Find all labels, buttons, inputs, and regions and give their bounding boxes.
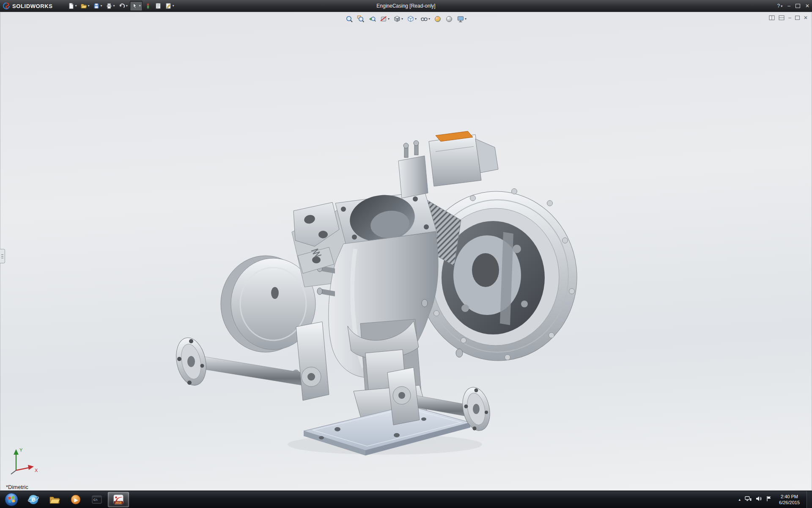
split-view-button[interactable] xyxy=(769,15,775,20)
chevron-down-icon[interactable]: ▾ xyxy=(428,17,430,21)
part-top-mount-bracket[interactable] xyxy=(429,131,498,186)
taskbar-clock[interactable]: 2:40 PM 6/26/2015 xyxy=(776,494,803,506)
view-orientation-button[interactable]: ▾ xyxy=(393,15,403,23)
chevron-down-icon[interactable]: ▾ xyxy=(465,17,466,21)
apply-scene-button[interactable] xyxy=(445,15,453,23)
view-orientation-icon xyxy=(393,15,401,23)
file-properties-icon xyxy=(155,3,162,9)
pane-view-button[interactable] xyxy=(779,15,785,20)
taskbar-media-player[interactable]: ▶ xyxy=(66,492,86,507)
doc-close-button[interactable]: ✕ xyxy=(804,15,808,21)
app-logo: SOLIDWORKS xyxy=(3,2,53,10)
xpert-tools-icon xyxy=(145,3,151,9)
chevron-down-icon[interactable]: ▾ xyxy=(126,4,128,8)
system-tray: ▴ xyxy=(735,491,807,508)
close-button[interactable]: ✕ xyxy=(805,3,809,9)
solidworks-app-icon: 2015 xyxy=(112,494,124,505)
engine-casing-model[interactable] xyxy=(0,12,812,491)
file-properties-button[interactable] xyxy=(154,1,163,11)
svg-text:C:\: C:\ xyxy=(93,498,97,501)
zoom-to-area-button[interactable] xyxy=(357,15,365,23)
taskbar-solidworks[interactable]: 2015 xyxy=(108,492,129,507)
new-document-icon xyxy=(68,3,74,9)
part-bolt[interactable] xyxy=(456,349,463,357)
volume-tray-icon[interactable] xyxy=(756,496,762,503)
options-button[interactable]: ▾ xyxy=(164,1,176,11)
part-left-mount-lug[interactable] xyxy=(296,322,329,400)
display-style-icon xyxy=(407,15,414,23)
taskbar-internet-explorer[interactable]: e xyxy=(23,492,44,507)
triad-x-label: X xyxy=(35,468,38,473)
tray-expand-button[interactable]: ▴ xyxy=(739,497,741,502)
select-tool-button[interactable]: ▾ xyxy=(130,1,143,11)
help-icon: ? xyxy=(777,3,780,9)
show-desktop-button[interactable] xyxy=(807,491,812,508)
chevron-down-icon[interactable]: ▾ xyxy=(173,4,174,8)
view-settings-button[interactable]: ▾ xyxy=(456,15,467,23)
app-titlebar: SOLIDWORKS ▾ ▾ ▾ xyxy=(0,0,812,12)
save-button[interactable]: ▾ xyxy=(92,1,104,11)
xpert-tools-button[interactable] xyxy=(143,1,153,11)
previous-view-icon xyxy=(368,15,376,23)
document-window-controls: – ✕ xyxy=(769,15,808,21)
doc-restore-button[interactable] xyxy=(795,16,800,20)
taskbar-file-explorer[interactable] xyxy=(44,492,65,507)
print-icon xyxy=(106,3,112,9)
single-pane-icon xyxy=(779,15,785,20)
select-cursor-icon xyxy=(132,3,138,9)
chevron-down-icon[interactable]: ▾ xyxy=(401,17,403,21)
undo-button[interactable]: ▾ xyxy=(117,1,129,11)
chevron-down-icon: ▾ xyxy=(781,4,782,8)
doc-minimize-button[interactable]: – xyxy=(788,15,791,21)
headsup-view-toolbar: ▾ ▾ ▾ xyxy=(343,14,469,24)
start-button[interactable] xyxy=(0,491,23,508)
print-button[interactable]: ▾ xyxy=(104,1,116,11)
options-icon xyxy=(165,3,172,9)
windows-taskbar: e ▶ C:\ xyxy=(0,491,812,508)
brand-name: SOLIDWORKS xyxy=(12,3,53,9)
chevron-down-icon[interactable]: ▾ xyxy=(75,4,77,8)
solidworks-version-badge: 2015 xyxy=(115,501,122,504)
orientation-label: *Dimetric xyxy=(6,484,28,490)
network-tray-icon[interactable] xyxy=(745,496,752,503)
command-prompt-icon: C:\ xyxy=(91,494,103,505)
svg-text:▶: ▶ xyxy=(74,497,78,503)
hide-show-items-icon xyxy=(420,15,428,23)
solidworks-app-window: SOLIDWORKS ▾ ▾ ▾ xyxy=(0,0,812,508)
save-icon xyxy=(93,3,100,9)
document-title: EngineCasing [Read-only] xyxy=(376,3,435,9)
internet-explorer-icon: e xyxy=(27,494,39,505)
graphics-viewport[interactable]: ▾ ▾ ▾ xyxy=(0,12,812,491)
undo-icon xyxy=(118,3,125,9)
open-folder-icon xyxy=(80,3,87,9)
chevron-down-icon[interactable]: ▾ xyxy=(139,4,141,8)
reference-triad: X Y xyxy=(7,444,41,478)
part-right-mount-lug[interactable] xyxy=(387,367,420,425)
action-center-flag-icon[interactable] xyxy=(766,496,771,503)
zoom-to-fit-icon xyxy=(346,15,353,23)
chevron-down-icon[interactable]: ▾ xyxy=(415,17,417,21)
zoom-to-area-icon xyxy=(357,15,365,23)
zoom-to-fit-button[interactable] xyxy=(345,15,354,23)
windows-orb-icon xyxy=(4,492,19,507)
maximize-icon xyxy=(796,4,800,8)
taskbar-command-prompt[interactable]: C:\ xyxy=(87,492,107,507)
new-document-button[interactable]: ▾ xyxy=(66,1,78,11)
section-view-button[interactable]: ▾ xyxy=(379,15,390,23)
display-style-button[interactable]: ▾ xyxy=(406,15,417,23)
chevron-down-icon[interactable]: ▾ xyxy=(88,4,90,8)
chevron-down-icon[interactable]: ▾ xyxy=(388,17,390,21)
chevron-down-icon[interactable]: ▾ xyxy=(113,4,115,8)
hide-show-items-button[interactable]: ▾ xyxy=(420,15,431,23)
open-button[interactable]: ▾ xyxy=(79,1,91,11)
chevron-down-icon[interactable]: ▾ xyxy=(101,4,102,8)
minimize-button[interactable]: – xyxy=(787,3,790,9)
part-intake-manifold[interactable] xyxy=(398,141,428,198)
section-view-icon xyxy=(380,15,387,23)
edit-appearance-button[interactable] xyxy=(433,15,442,23)
help-button[interactable]: ? ▾ xyxy=(777,3,783,9)
dassault-logo-icon xyxy=(3,2,10,10)
previous-view-button[interactable] xyxy=(368,15,376,23)
maximize-button[interactable] xyxy=(796,4,800,8)
panel-expand-tab[interactable] xyxy=(0,249,5,263)
